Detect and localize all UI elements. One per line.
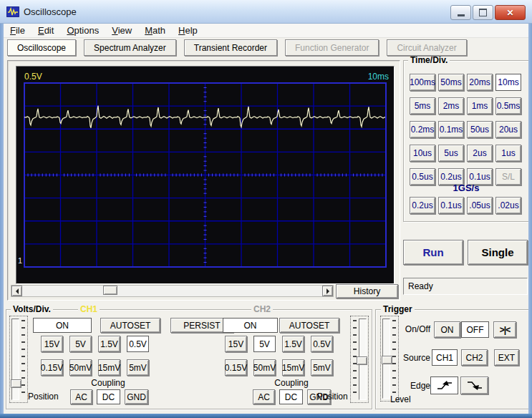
ch2-volts-15v-button[interactable]: 15V (225, 336, 247, 352)
ch1-coupling-ac-button[interactable]: AC (70, 389, 92, 404)
trigger-edge-rising-button[interactable] (430, 376, 458, 394)
scope-grid-and-trace (16, 67, 394, 283)
ch1-volts-0-5v-button[interactable]: 0.5V (127, 336, 149, 352)
trigger-edge-falling-button[interactable] (460, 376, 488, 394)
ch2-volts-50mv-button[interactable]: 50mV (253, 359, 276, 376)
trigger-title: Trigger (381, 304, 415, 314)
ch1-volts-15v-button[interactable]: 15V (41, 336, 63, 352)
slider-thumb[interactable] (382, 356, 392, 364)
ch1-volts-5mv-button[interactable]: 5mV (127, 359, 149, 376)
close-button[interactable]: ✕ (495, 5, 526, 20)
timediv-title: Time/Div. (408, 55, 450, 65)
tab-transient-recorder[interactable]: Transient Recorder (184, 39, 277, 56)
scrollbar-track[interactable] (22, 286, 322, 296)
minimize-button[interactable] (450, 5, 471, 20)
trigger-on-button[interactable]: ON (434, 321, 460, 338)
tab-circuit-analyzer: Circuit Analyzer (387, 39, 466, 56)
ch2-position-label: Position (317, 392, 348, 402)
history-button[interactable]: History (336, 284, 398, 298)
timediv-0-1ms-button[interactable]: 0.1ms (438, 121, 464, 138)
ch1-coupling-label: Coupling (69, 378, 147, 388)
ch1-volts-5v-button[interactable]: 5V (69, 336, 92, 352)
ch2-autoset-button[interactable]: AUTOSET (279, 318, 339, 333)
trigger-source-ch1-button[interactable]: CH1 (432, 349, 458, 366)
timediv-fast-05us-button[interactable]: .05us (467, 197, 493, 214)
time-per-div-readout: 10ms (368, 72, 389, 82)
ch2-volts-1-5v-button[interactable]: 1.5V (282, 336, 304, 352)
trigger-level-slider[interactable] (380, 316, 399, 402)
scrollbar-thumb[interactable] (103, 286, 117, 295)
timediv-fast-02us-button[interactable]: .02us (495, 197, 521, 214)
timediv-fast-0-2us-button[interactable]: 0.2us (410, 197, 435, 214)
run-button[interactable]: Run (403, 240, 463, 265)
slider-thumb[interactable] (11, 379, 21, 388)
ch1-volts-1-5v-button[interactable]: 1.5V (98, 336, 120, 352)
timediv-group: Time/Div. 100ms50ms20ms10ms5ms2ms1ms0.5m… (403, 60, 529, 222)
ch1-volts-50mv-button[interactable]: 50mV (69, 359, 92, 376)
ch1-volts-15mv-button[interactable]: 15mV (98, 359, 120, 376)
maximize-button[interactable] (473, 5, 493, 20)
scroll-right-button[interactable] (322, 286, 333, 296)
scroll-left-icon (13, 288, 19, 294)
timediv-5us-button[interactable]: 5us (438, 145, 464, 162)
ch2-volts-5mv-button[interactable]: 5mV (311, 359, 333, 376)
ch1-autoset-button[interactable]: AUTOSET (100, 318, 160, 333)
scope-display: 0.5V 10ms 1 (16, 66, 395, 284)
timediv-2us-button[interactable]: 2us (467, 145, 493, 162)
timediv-20ms-button[interactable]: 20ms (467, 74, 493, 91)
ch2-volts-0-5v-button[interactable]: 0.5V (311, 336, 333, 352)
timediv-50ms-button[interactable]: 50ms (438, 74, 464, 91)
timediv-2ms-button[interactable]: 2ms (438, 97, 464, 115)
timediv-50us-button[interactable]: 50us (467, 121, 493, 138)
ch1-volts-0-15v-button[interactable]: 0.15V (41, 359, 63, 376)
ch2-volts-0-15v-button[interactable]: 0.15V (225, 359, 247, 376)
timediv-1ms-button[interactable]: 1ms (467, 97, 493, 115)
trigger-source-label: Source (399, 353, 430, 363)
timediv-fast-grid: 0.2us0.1us.05us.02us (410, 197, 521, 214)
ch1-position-slider[interactable] (9, 316, 28, 403)
scroll-left-button[interactable] (11, 286, 22, 296)
slider-track[interactable] (11, 319, 19, 400)
scope-h-scrollbar[interactable] (11, 285, 334, 297)
timediv-10us-button[interactable]: 10us (410, 145, 435, 162)
timediv-grid: 100ms50ms20ms10ms5ms2ms1ms0.5ms0.2ms0.1m… (410, 74, 521, 185)
menu-view[interactable]: View (105, 24, 138, 37)
timediv-10ms-button[interactable]: 10ms (495, 74, 521, 91)
close-icon: ✕ (506, 9, 513, 17)
ch1-coupling-gnd-button[interactable]: GND (125, 389, 148, 404)
slider-ticks (21, 320, 25, 399)
ch2-coupling-dc-button[interactable]: DC (279, 389, 303, 404)
ch2-on-button[interactable]: ON (223, 318, 278, 333)
timediv-20us-button[interactable]: 20us (495, 121, 521, 138)
menu-help[interactable]: Help (172, 24, 204, 37)
ch2-position-slider[interactable] (350, 316, 369, 403)
minimize-icon (458, 14, 465, 16)
trigger-marker-button[interactable]: >|< (493, 321, 516, 338)
timediv-0-5ms-button[interactable]: 0.5ms (495, 97, 521, 115)
menu-edit[interactable]: Edit (32, 24, 60, 37)
rising-edge-icon (436, 380, 453, 391)
tab-spectrum-analyzer[interactable]: Spectrum Analyzer (84, 39, 176, 56)
timediv-100ms-button[interactable]: 100ms (410, 74, 435, 91)
ch2-volts-15mv-button[interactable]: 15mV (282, 359, 304, 376)
menu-options[interactable]: Options (60, 24, 105, 37)
trigger-off-button[interactable]: OFF (461, 321, 489, 338)
trigger-source-ch2-button[interactable]: CH2 (461, 349, 488, 366)
ch1-on-button[interactable]: ON (33, 318, 92, 333)
ch2-coupling-ac-button[interactable]: AC (253, 389, 275, 404)
window-frame-bottom (0, 414, 532, 418)
trigger-level-label: Level (390, 394, 419, 404)
timediv-fast-0-1us-button[interactable]: 0.1us (438, 197, 464, 214)
slider-thumb[interactable] (357, 356, 367, 365)
menu-math[interactable]: Math (138, 24, 172, 37)
timediv-5ms-button[interactable]: 5ms (410, 97, 435, 115)
menu-file[interactable]: File (4, 24, 32, 37)
timediv-1us-button[interactable]: 1us (495, 145, 521, 162)
ch1-coupling-dc-button[interactable]: DC (97, 389, 120, 404)
tab-oscilloscope[interactable]: Oscilloscope (7, 39, 76, 56)
trigger-source-ext-button[interactable]: EXT (494, 349, 519, 366)
single-button[interactable]: Single (468, 240, 528, 265)
ch2-volts-5v-button[interactable]: 5V (253, 336, 276, 352)
timediv-0-2ms-button[interactable]: 0.2ms (410, 121, 435, 138)
ch1-position-label: Position (28, 392, 59, 402)
